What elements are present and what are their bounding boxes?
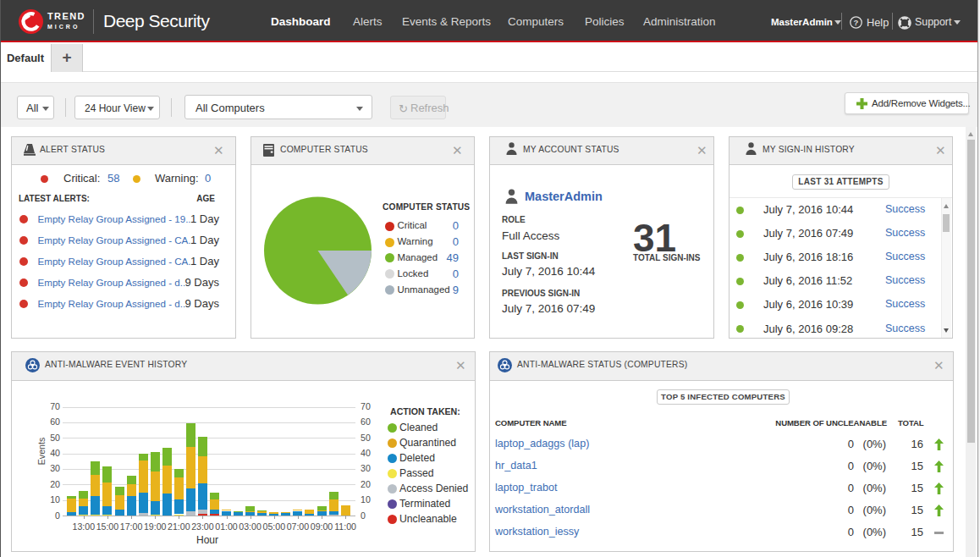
svg-text:?: ? [854, 18, 859, 27]
